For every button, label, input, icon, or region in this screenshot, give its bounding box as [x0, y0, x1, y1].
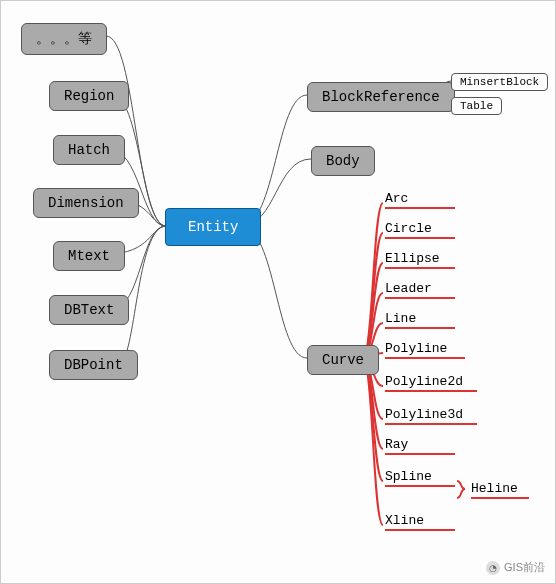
leaf-label: Polyline2d [385, 374, 463, 389]
leaf-label: Arc [385, 191, 408, 206]
node-mtext: Mtext [53, 241, 125, 271]
watermark-text: GIS前沿 [504, 560, 545, 575]
leaf-ray: Ray [385, 437, 408, 452]
leaf-polyline3d: Polyline3d [385, 407, 463, 422]
node-label: Hatch [68, 142, 110, 158]
node-label: Body [326, 153, 360, 169]
node-label: DBText [64, 302, 114, 318]
node-dimension: Dimension [33, 188, 139, 218]
leaf-label: Ellipse [385, 251, 440, 266]
node-label: DBPoint [64, 357, 123, 373]
node-label: Mtext [68, 248, 110, 264]
node-label: Dimension [48, 195, 124, 211]
node-table: Table [451, 97, 502, 115]
node-label: BlockReference [322, 89, 440, 105]
node-label: Curve [322, 352, 364, 368]
wechat-icon: ◔ [486, 561, 500, 575]
leaf-leader: Leader [385, 281, 432, 296]
leaf-label: Leader [385, 281, 432, 296]
node-minsert: MinsertBlock [451, 73, 548, 91]
root-entity: Entity [165, 208, 261, 246]
leaf-polyline2d: Polyline2d [385, 374, 463, 389]
leaf-line: Line [385, 311, 416, 326]
node-body: Body [311, 146, 375, 176]
node-blockreference: BlockReference [307, 82, 455, 112]
node-dbpoint: DBPoint [49, 350, 138, 380]
leaf-label: Polyline3d [385, 407, 463, 422]
node-curve: Curve [307, 345, 379, 375]
node-label: Table [460, 100, 493, 112]
leaf-label: Spline [385, 469, 432, 484]
leaf-label: Heline [471, 481, 518, 496]
leaf-label: Line [385, 311, 416, 326]
node-label: Region [64, 88, 114, 104]
watermark: ◔ GIS前沿 [486, 560, 545, 575]
leaf-polyline: Polyline [385, 341, 447, 356]
root-label: Entity [188, 219, 238, 235]
node-etc: 。。。等 [21, 23, 107, 55]
leaf-heline: Heline [471, 481, 518, 496]
node-region: Region [49, 81, 129, 111]
node-hatch: Hatch [53, 135, 125, 165]
leaf-spline: Spline [385, 469, 432, 484]
leaf-label: Ray [385, 437, 408, 452]
leaf-label: Polyline [385, 341, 447, 356]
node-label: MinsertBlock [460, 76, 539, 88]
leaf-arc: Arc [385, 191, 408, 206]
node-dbtext: DBText [49, 295, 129, 325]
leaf-ellipse: Ellipse [385, 251, 440, 266]
leaf-label: Xline [385, 513, 424, 528]
node-label: 。。。等 [36, 31, 92, 47]
leaf-label: Circle [385, 221, 432, 236]
leaf-xline: Xline [385, 513, 424, 528]
leaf-circle: Circle [385, 221, 432, 236]
